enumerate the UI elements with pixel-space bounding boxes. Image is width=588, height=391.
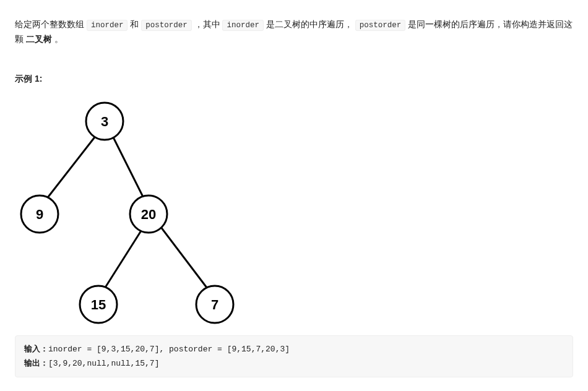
desc-text: 和 [128,19,141,29]
input-label: 输入： [24,344,48,353]
inline-code: postorder [355,20,406,31]
binary-tree-diagram: 3 9 20 15 7 [15,95,238,330]
tree-edge [40,132,98,208]
inline-code: inorder [222,20,264,31]
tree-node-label: 15 [91,297,106,312]
output-value: [3,9,20,null,null,15,7] [48,359,159,368]
tree-node-label: 3 [101,114,108,129]
inline-code: inorder [87,20,128,31]
tree-node-label: 7 [211,297,218,312]
tree-edge [155,219,215,298]
desc-text: 是二叉树的中序遍历， [264,19,355,29]
tree-node-label: 20 [141,207,156,222]
desc-text: ，其中 [192,19,223,29]
output-label: 输出： [24,358,48,367]
desc-text: 。 [52,34,63,44]
example-code-block: 输入：inorder = [9,3,15,20,7], postorder = … [15,335,573,377]
inline-code: postorder [141,20,192,31]
input-value: inorder = [9,3,15,20,7], postorder = [9,… [48,345,290,354]
problem-description: 给定两个整数数组 inorder 和 postorder ，其中 inorder… [15,17,573,47]
desc-text: 给定两个整数数组 [15,19,87,29]
example-title: 示例 1: [15,72,573,87]
tree-node-label: 9 [36,207,43,222]
desc-emphasis: 二叉树 [26,34,52,44]
